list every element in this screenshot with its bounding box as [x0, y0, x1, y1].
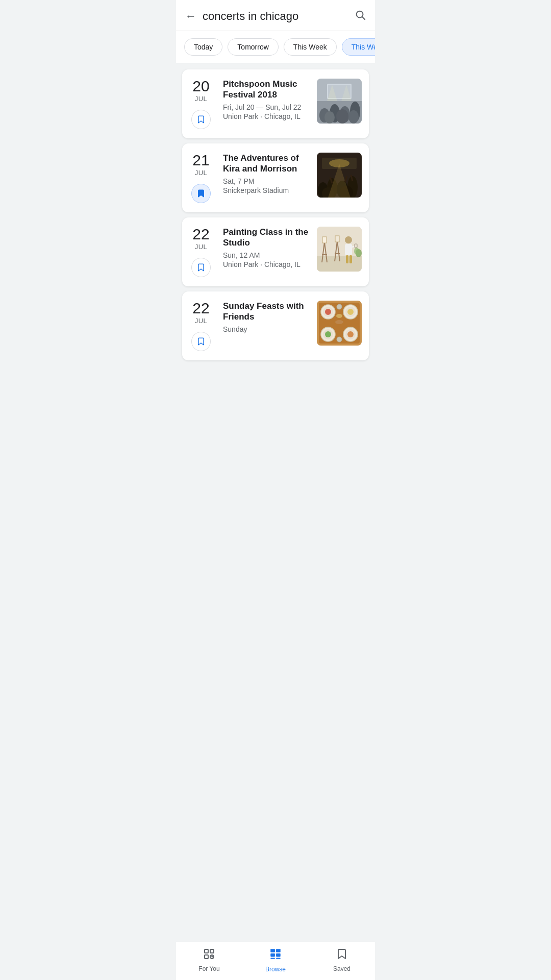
event-info: Sunday Feasts with Friends Sunday [223, 301, 312, 334]
event-month: JUL [195, 95, 208, 103]
event-name: The Adventures of Kira and Morrison [223, 153, 312, 175]
bookmark-button[interactable] [191, 110, 211, 129]
event-time: Fri, Jul 20 — Sun, Jul 22 [223, 103, 312, 111]
svg-point-11 [336, 109, 348, 124]
event-image [317, 79, 362, 124]
page-title: concerts in chicago [203, 10, 355, 23]
svg-point-61 [337, 337, 342, 342]
svg-rect-40 [346, 255, 348, 263]
event-date-col: 22 JUL [189, 301, 213, 351]
event-day: 20 [192, 79, 209, 94]
svg-point-59 [347, 331, 354, 337]
event-image [317, 153, 362, 198]
event-list: 20 JUL Pitchspoon Music Festival 2018 Fr… [176, 63, 375, 406]
nav-for-you[interactable]: For You [189, 948, 230, 972]
svg-point-60 [337, 304, 342, 309]
event-location: Union Park · Chicago, IL [223, 112, 312, 120]
event-info: The Adventures of Kira and Morrison Sat,… [223, 153, 312, 194]
svg-rect-74 [270, 958, 275, 959]
nav-for-you-label: For You [198, 965, 219, 972]
event-image [317, 301, 362, 346]
event-card[interactable]: 22 JUL Painting Class in the Studio Sun,… [182, 217, 369, 286]
filter-this-week[interactable]: This Week [284, 38, 337, 56]
for-you-icon [203, 948, 215, 963]
svg-point-45 [354, 248, 359, 255]
filter-this-weekend[interactable]: This Weekend [342, 38, 375, 56]
svg-rect-75 [276, 958, 281, 959]
svg-rect-71 [276, 949, 281, 952]
nav-saved-label: Saved [333, 965, 350, 972]
svg-point-56 [325, 309, 331, 315]
nav-saved[interactable]: Saved [321, 948, 362, 972]
svg-rect-37 [335, 236, 339, 242]
event-card[interactable]: 20 JUL Pitchspoon Music Festival 2018 Fr… [182, 69, 369, 138]
svg-rect-70 [270, 949, 275, 952]
svg-point-38 [345, 236, 352, 243]
nav-browse-label: Browse [265, 966, 286, 973]
back-button[interactable]: ← [185, 10, 196, 23]
filter-today[interactable]: Today [184, 38, 222, 56]
svg-rect-64 [205, 949, 208, 953]
svg-rect-39 [345, 244, 352, 255]
filter-bar: Today Tomorrow This Week This Weekend [176, 31, 375, 63]
event-time: Sat, 7 PM [223, 177, 312, 185]
event-name: Sunday Feasts with Friends [223, 301, 312, 323]
search-button[interactable] [355, 9, 366, 23]
event-date-col: 22 JUL [189, 227, 213, 277]
event-info: Pitchspoon Music Festival 2018 Fri, Jul … [223, 79, 312, 120]
event-time: Sunday [223, 325, 312, 333]
svg-rect-43 [355, 244, 357, 248]
svg-point-57 [347, 309, 354, 315]
bottom-nav: For You Browse Saved [176, 942, 375, 980]
event-image [317, 227, 362, 272]
event-time: Sun, 12 AM [223, 251, 312, 259]
svg-point-12 [348, 110, 359, 124]
bookmark-button[interactable] [191, 184, 211, 203]
event-location: Snickerpark Stadium [223, 186, 312, 194]
svg-point-58 [325, 331, 331, 337]
event-month: JUL [195, 243, 208, 251]
event-date-col: 20 JUL [189, 79, 213, 129]
header: ← concerts in chicago [176, 0, 375, 31]
svg-point-62 [335, 320, 343, 324]
bookmark-button[interactable] [191, 258, 211, 277]
event-info: Painting Class in the Studio Sun, 12 AM … [223, 227, 312, 268]
svg-rect-65 [210, 949, 214, 953]
svg-rect-33 [322, 237, 327, 243]
filter-tomorrow[interactable]: Tomorrow [228, 38, 278, 56]
event-name: Painting Class in the Studio [223, 227, 312, 249]
svg-line-1 [362, 17, 365, 19]
svg-point-63 [336, 314, 342, 318]
svg-rect-72 [270, 953, 275, 957]
bookmark-button[interactable] [191, 332, 211, 351]
event-card[interactable]: 21 JUL The Adventures of Kira and Morris… [182, 143, 369, 212]
event-card[interactable]: 22 JUL Sunday Feasts with Friends Sunday [182, 291, 369, 360]
svg-rect-73 [276, 953, 281, 957]
svg-rect-66 [205, 955, 208, 959]
event-day: 21 [192, 153, 209, 168]
event-location: Union Park · Chicago, IL [223, 260, 312, 268]
browse-icon [269, 947, 282, 964]
svg-point-10 [324, 111, 335, 124]
saved-icon [336, 948, 348, 963]
event-day: 22 [192, 301, 209, 316]
event-name: Pitchspoon Music Festival 2018 [223, 79, 312, 101]
event-month: JUL [195, 169, 208, 177]
event-month: JUL [195, 317, 208, 325]
nav-browse[interactable]: Browse [255, 947, 296, 973]
event-date-col: 21 JUL [189, 153, 213, 203]
svg-rect-41 [349, 255, 352, 263]
event-day: 22 [192, 227, 209, 242]
